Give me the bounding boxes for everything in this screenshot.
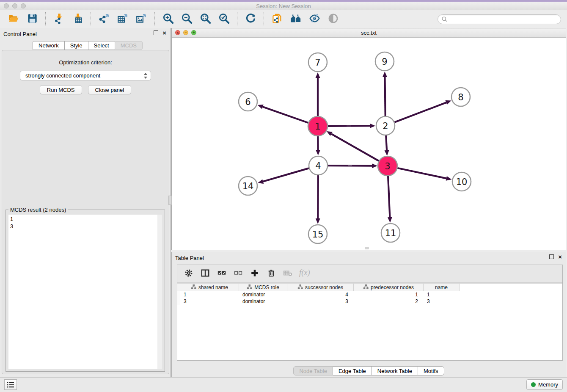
edge-4-15[interactable]: [316, 175, 320, 224]
edge-2-8[interactable]: [394, 100, 451, 122]
apply-layout-button[interactable]: [244, 13, 257, 25]
edge-1-7[interactable]: [316, 72, 320, 116]
export-network-button[interactable]: [98, 13, 110, 25]
node-15[interactable]: 15: [308, 225, 327, 243]
zoom-fit-icon[interactable]: [200, 13, 211, 26]
delete-button[interactable]: [266, 268, 277, 279]
split-view-icon[interactable]: [201, 268, 210, 279]
add-icon[interactable]: [250, 268, 259, 279]
column-header-successor-nodes[interactable]: successor nodes: [287, 284, 354, 291]
cell-name[interactable]: 1: [424, 291, 460, 298]
optimization-criterion-select[interactable]: strongly connected component: [20, 71, 151, 80]
open-session-icon[interactable]: [8, 13, 19, 26]
export-image-button[interactable]: [135, 13, 148, 25]
network-overview-button[interactable]: [289, 13, 302, 25]
import-table-icon[interactable]: [72, 13, 83, 26]
cell-predecessor-nodes[interactable]: 2: [354, 298, 424, 305]
splitter-grip-horizontal[interactable]: [365, 247, 369, 249]
node-7[interactable]: 7: [308, 53, 327, 72]
split-view-button[interactable]: [200, 268, 211, 279]
deselect-all-checkboxes-button[interactable]: [233, 268, 244, 279]
edge-3-10[interactable]: [397, 168, 452, 181]
duplicate-network-button[interactable]: [271, 13, 284, 25]
node-3[interactable]: 3: [378, 156, 397, 176]
table-row[interactable]: 1dominator411: [177, 291, 562, 298]
column-header-name[interactable]: name: [424, 284, 460, 291]
cell-predecessor-nodes[interactable]: 1: [354, 291, 424, 298]
edge-4-3[interactable]: [328, 163, 377, 168]
export-table-icon[interactable]: [117, 13, 129, 26]
hide-vizmapper-icon[interactable]: [309, 13, 320, 26]
add-button[interactable]: [249, 268, 260, 279]
duplicate-network-icon[interactable]: [272, 13, 283, 26]
delete-icon[interactable]: [267, 268, 276, 279]
node-2[interactable]: 2: [376, 116, 395, 135]
import-network-icon[interactable]: [53, 13, 65, 26]
export-network-icon[interactable]: [99, 13, 110, 26]
node-1[interactable]: 1: [308, 116, 328, 136]
mcds-result-text[interactable]: 13: [8, 215, 162, 369]
column-header-MCDS-role[interactable]: MCDS role: [239, 284, 287, 291]
edge-1-2[interactable]: [328, 124, 375, 128]
close-table-panel-icon[interactable]: ×: [558, 254, 562, 259]
apply-layout-icon[interactable]: [245, 13, 256, 26]
deselect-all-checkboxes-icon[interactable]: [234, 268, 243, 279]
edge-3-1[interactable]: [327, 131, 379, 161]
node-9[interactable]: 9: [375, 52, 394, 71]
zoom-selected-icon[interactable]: [218, 13, 230, 26]
network-canvas[interactable]: 7968124314101511: [172, 38, 566, 250]
edge-4-14[interactable]: [258, 168, 309, 184]
node-10[interactable]: 10: [452, 172, 471, 191]
zoom-selected-button[interactable]: [217, 13, 230, 25]
tab-node-table[interactable]: Node Table: [293, 366, 333, 375]
cell-shared-name[interactable]: 3: [180, 298, 239, 305]
settings-gear-button[interactable]: [183, 268, 194, 279]
search-box[interactable]: [438, 14, 561, 24]
node-4[interactable]: 4: [309, 156, 328, 175]
cell-successor-nodes[interactable]: 3: [287, 298, 354, 305]
task-history-button[interactable]: [4, 379, 17, 390]
edge-2-9[interactable]: [383, 72, 387, 116]
select-all-checkboxes-icon[interactable]: [217, 268, 226, 279]
cell-name[interactable]: 3: [424, 298, 460, 305]
network-overview-icon[interactable]: [290, 13, 302, 26]
cell-MCDS-role[interactable]: dominator: [239, 298, 287, 305]
search-input[interactable]: [449, 16, 557, 22]
edge-1-6[interactable]: [258, 105, 309, 123]
import-network-button[interactable]: [52, 13, 65, 25]
hide-vizmapper-button[interactable]: [308, 13, 321, 25]
edge-2-3[interactable]: [385, 135, 389, 156]
zoom-out-icon[interactable]: [181, 13, 193, 26]
save-session-button[interactable]: [26, 13, 39, 25]
node-6[interactable]: 6: [239, 92, 257, 111]
select-all-checkboxes-button[interactable]: [216, 268, 227, 279]
memory-button[interactable]: Memory: [526, 379, 563, 390]
column-header-shared-name[interactable]: shared name: [180, 284, 239, 291]
close-panel-icon[interactable]: ×: [162, 30, 166, 35]
float-panel-icon[interactable]: [154, 30, 158, 35]
tab-network-table[interactable]: Network Table: [372, 366, 418, 375]
edge-1-4[interactable]: [316, 136, 320, 155]
splitter-grip-vertical[interactable]: [168, 196, 172, 205]
save-session-icon[interactable]: [27, 13, 38, 26]
tab-motifs[interactable]: Motifs: [418, 366, 444, 375]
import-table-button[interactable]: [71, 13, 84, 25]
node-8[interactable]: 8: [451, 88, 470, 106]
edge-3-11[interactable]: [388, 176, 392, 223]
tab-select[interactable]: Select: [88, 41, 115, 50]
run-mcds-button[interactable]: Run MCDS: [40, 85, 82, 94]
column-header-predecessor-nodes[interactable]: predecessor nodes: [354, 284, 424, 291]
node-14[interactable]: 14: [239, 177, 257, 195]
zoom-in-button[interactable]: [162, 13, 174, 25]
zoom-fit-button[interactable]: [199, 13, 212, 25]
settings-gear-icon[interactable]: [184, 268, 193, 279]
float-table-panel-icon[interactable]: [549, 254, 554, 259]
cell-successor-nodes[interactable]: 4: [287, 291, 354, 298]
export-image-icon[interactable]: [136, 13, 147, 26]
open-session-button[interactable]: [7, 13, 20, 25]
table-row[interactable]: 3dominator323: [177, 298, 562, 305]
tab-network[interactable]: Network: [33, 41, 65, 50]
tab-edge-table[interactable]: Edge Table: [333, 366, 372, 375]
node-11[interactable]: 11: [381, 224, 400, 242]
tab-style[interactable]: Style: [64, 41, 88, 50]
